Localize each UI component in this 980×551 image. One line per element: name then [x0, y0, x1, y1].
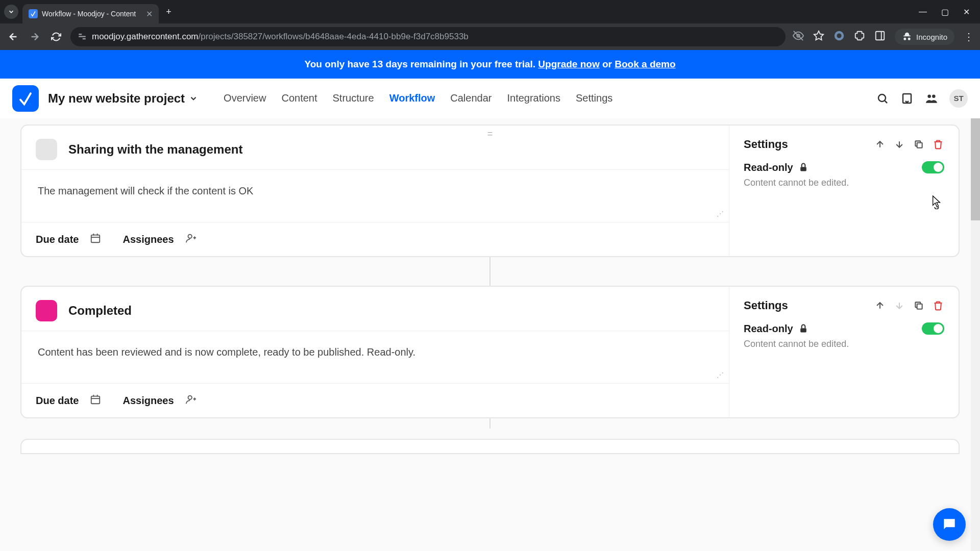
move-down-button[interactable]: [893, 138, 905, 151]
svg-point-28: [188, 396, 191, 399]
svg-rect-15: [91, 235, 100, 243]
assignees-label: Assignees: [122, 395, 174, 407]
chevron-down-icon: [189, 94, 198, 103]
stage-color-swatch[interactable]: [36, 139, 57, 160]
due-date-label: Due date: [36, 234, 79, 245]
svg-point-10: [878, 94, 886, 102]
add-assignee-icon[interactable]: [185, 394, 197, 407]
nav-tabs: OverviewContentStructureWorkflowCalendar…: [224, 92, 612, 104]
browser-toolbar: moodjoy.gathercontent.com/projects/38582…: [0, 23, 980, 50]
browser-menu-button[interactable]: ⋮: [964, 31, 974, 43]
readonly-label: Read-only: [744, 323, 808, 335]
scrollbar-thumb[interactable]: [971, 118, 980, 220]
user-avatar[interactable]: ST: [949, 89, 968, 108]
workflow-stage-card: [20, 439, 960, 454]
forward-button[interactable]: [28, 30, 42, 44]
move-down-button[interactable]: [893, 299, 905, 312]
app-header: My new website project OverviewContentSt…: [0, 79, 980, 118]
add-assignee-icon[interactable]: [185, 233, 197, 246]
tracking-protection-icon[interactable]: [793, 30, 804, 43]
stage-description-input[interactable]: Content has been reviewed and is now com…: [38, 344, 713, 360]
readonly-toggle[interactable]: [922, 161, 944, 173]
extensions-icon[interactable]: [854, 30, 865, 43]
reload-button[interactable]: [49, 30, 63, 44]
vertical-scrollbar[interactable]: ▲: [971, 118, 980, 551]
tab-search-button[interactable]: [4, 5, 18, 19]
address-bar[interactable]: moodjoy.gathercontent.com/projects/38582…: [70, 27, 786, 46]
search-button[interactable]: [876, 92, 889, 105]
notifications-button[interactable]: [900, 92, 914, 105]
stage-description-input[interactable]: The management will check if the content…: [38, 183, 713, 198]
nav-tab-integrations[interactable]: Integrations: [507, 92, 560, 104]
readonly-label: Read-only: [744, 162, 808, 173]
delete-button[interactable]: [932, 299, 944, 312]
nav-tab-content[interactable]: Content: [281, 92, 317, 104]
settings-title: Settings: [744, 138, 788, 151]
drag-handle-icon[interactable]: =: [485, 129, 495, 139]
svg-line-11: [885, 101, 887, 103]
close-window-button[interactable]: ✕: [963, 7, 970, 17]
readonly-hint: Content cannot be edited.: [744, 178, 944, 188]
browser-tab[interactable]: Workflow - Moodjoy - Content ✕: [22, 4, 159, 23]
new-tab-button[interactable]: +: [166, 7, 172, 17]
readonly-toggle[interactable]: [922, 322, 944, 335]
resize-handle-icon[interactable]: ⋰: [717, 210, 724, 218]
assignees-label: Assignees: [122, 234, 174, 245]
svg-rect-1: [79, 36, 86, 37]
move-up-button[interactable]: [874, 138, 886, 151]
tab-title: Workflow - Moodjoy - Content: [42, 10, 136, 18]
project-switcher[interactable]: My new website project: [48, 91, 198, 106]
intercom-chat-button[interactable]: [933, 508, 966, 541]
profile-icon[interactable]: [834, 30, 845, 43]
upgrade-link[interactable]: Upgrade now: [538, 59, 599, 69]
workflow-stage-card: Completed Content has been reviewed and …: [20, 286, 960, 418]
app-logo[interactable]: [12, 85, 39, 112]
workflow-workspace: = Sharing with the management The manage…: [0, 118, 980, 551]
chat-icon: [941, 516, 958, 533]
svg-rect-23: [800, 167, 806, 171]
stage-title-input[interactable]: Sharing with the management: [68, 142, 242, 157]
back-button[interactable]: [6, 30, 20, 44]
nav-tab-workflow[interactable]: Workflow: [389, 92, 435, 104]
move-up-button[interactable]: [874, 299, 886, 312]
people-button[interactable]: [925, 92, 938, 105]
stage-color-swatch[interactable]: [36, 300, 57, 321]
stage-title-input[interactable]: Completed: [68, 304, 132, 318]
nav-tab-settings[interactable]: Settings: [576, 92, 612, 104]
incognito-icon: [902, 32, 912, 42]
incognito-badge[interactable]: Incognito: [895, 29, 954, 45]
due-date-label: Due date: [36, 395, 79, 407]
book-demo-link[interactable]: Book a demo: [615, 59, 675, 69]
calendar-icon[interactable]: [90, 233, 101, 246]
lock-icon: [798, 162, 808, 172]
minimize-button[interactable]: —: [919, 7, 927, 17]
calendar-icon[interactable]: [90, 394, 101, 407]
svg-point-14: [932, 94, 936, 98]
nav-tab-structure[interactable]: Structure: [333, 92, 374, 104]
browser-tab-strip: Workflow - Moodjoy - Content ✕ + — ▢ ✕: [0, 0, 980, 23]
side-panel-icon[interactable]: [874, 30, 886, 43]
svg-point-7: [837, 33, 842, 38]
url-text: moodjoy.gathercontent.com/projects/38582…: [92, 32, 469, 42]
svg-rect-31: [917, 304, 922, 309]
duplicate-button[interactable]: [913, 138, 925, 151]
tab-close-button[interactable]: ✕: [146, 9, 153, 19]
readonly-hint: Content cannot be edited.: [744, 339, 944, 349]
site-settings-icon[interactable]: [78, 32, 87, 41]
lock-icon: [798, 323, 808, 334]
banner-text: You only have 13 days remaining in your …: [304, 59, 675, 70]
nav-tab-overview[interactable]: Overview: [224, 92, 266, 104]
settings-title: Settings: [744, 299, 788, 312]
svg-rect-32: [800, 328, 806, 332]
delete-button[interactable]: [932, 138, 944, 151]
svg-rect-24: [91, 396, 100, 404]
trial-banner: You only have 13 days remaining in your …: [0, 50, 980, 79]
page-content: You only have 13 days remaining in your …: [0, 50, 980, 551]
duplicate-button[interactable]: [913, 299, 925, 312]
bookmark-icon[interactable]: [813, 30, 824, 43]
resize-handle-icon[interactable]: ⋰: [717, 371, 724, 379]
maximize-button[interactable]: ▢: [941, 7, 949, 17]
nav-tab-calendar[interactable]: Calendar: [450, 92, 492, 104]
svg-rect-2: [83, 38, 86, 39]
svg-rect-8: [876, 32, 885, 40]
